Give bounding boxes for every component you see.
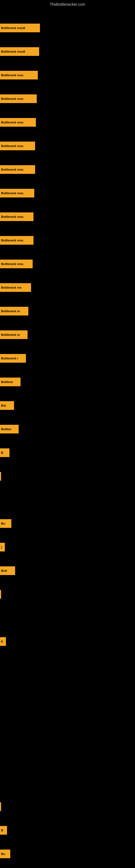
bar-item: Bottleneck result xyxy=(0,47,39,56)
bar-label: Bottleneck resu xyxy=(1,73,24,77)
bar-item: Bottlen xyxy=(0,425,18,433)
bars-container: Bottleneck resultBottleneck resultBottle… xyxy=(0,9,135,868)
bar-label: Bottleneck resu xyxy=(1,191,24,195)
bar-item: Bottleneck result xyxy=(0,24,40,32)
bar-item: | xyxy=(0,543,5,552)
bar-label: Bot xyxy=(1,404,6,407)
bar-label: Bottleneck re xyxy=(1,333,20,336)
bar-item xyxy=(0,590,1,599)
bar-label: Bottleneck res xyxy=(1,286,21,289)
bar-label: Bottleneck resu xyxy=(1,144,24,148)
bar-label: Bottlen xyxy=(1,428,11,431)
bar-item: Bottleneck resu xyxy=(0,259,33,268)
bar-item: Bottleneck resu xyxy=(0,142,35,150)
bar-label: | xyxy=(1,546,2,549)
bar-label: Bottleneck resu xyxy=(1,168,24,171)
bar-item: Bot xyxy=(0,401,14,410)
bar-label: Bottleneck resu xyxy=(1,262,24,266)
bar-item: Bottleneck resu xyxy=(0,118,36,127)
bar-label: Bottleneck resu xyxy=(1,239,24,242)
page-wrapper: TheBottlenecker.com Bottleneck resultBot… xyxy=(0,0,135,868)
bar-label: Bottlene xyxy=(1,380,13,383)
bar-label: Bottleneck re xyxy=(1,310,20,313)
bar-item xyxy=(0,472,1,480)
bar-item: E xyxy=(0,637,6,646)
bar-item: Bottleneck resu xyxy=(0,236,34,245)
bar-item: Bottleneck resu xyxy=(0,94,37,103)
bar-item: Bott xyxy=(0,566,15,575)
bar-item: Bo xyxy=(0,849,10,858)
bar-item: Bottleneck r xyxy=(0,354,26,363)
bar-label: Bottleneck result xyxy=(1,26,25,30)
bar-label: Bott xyxy=(1,569,7,572)
bar-label: E xyxy=(1,640,3,643)
bar-item xyxy=(0,802,1,811)
bar-label: B xyxy=(1,829,3,832)
bar-label: Bottleneck resu xyxy=(1,121,24,124)
bar-item: Bottleneck resu xyxy=(0,71,38,80)
bar-label: Bo xyxy=(1,522,5,525)
bar-item: Bottleneck resu xyxy=(0,189,34,197)
bar-label: Bottleneck r xyxy=(1,357,18,360)
bar-item: Bottleneck re xyxy=(0,307,28,315)
bar-label: B xyxy=(1,451,3,454)
bar-item: Bottleneck resu xyxy=(0,212,34,221)
bar-label: Bottleneck resu xyxy=(1,215,24,218)
bar-item: B xyxy=(0,826,7,835)
bar-label: Bo xyxy=(1,852,5,856)
site-title: TheBottlenecker.com xyxy=(0,0,135,9)
bar-item: Bottleneck resu xyxy=(0,165,35,174)
bar-item: B xyxy=(0,448,9,457)
bar-item: Bottleneck res xyxy=(0,283,31,292)
bar-item: Bottlene xyxy=(0,378,20,386)
bar-item: Bo xyxy=(0,519,11,528)
bar-item: Bottleneck re xyxy=(0,330,28,339)
bar-label: Bottleneck result xyxy=(1,50,25,53)
bar-label: Bottleneck resu xyxy=(1,97,24,100)
